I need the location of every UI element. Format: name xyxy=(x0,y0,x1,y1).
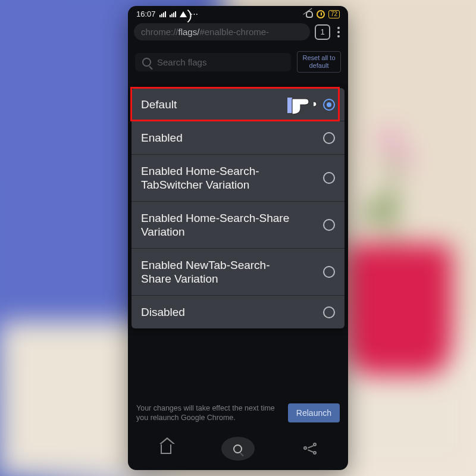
radio-icon xyxy=(323,99,335,111)
alarm-icon xyxy=(317,10,325,18)
url-fragment: #enalble-chrome- xyxy=(199,27,269,37)
option-enabled[interactable]: Enabled xyxy=(131,121,345,155)
url-host: flags/ xyxy=(178,27,200,37)
option-label: Enabled NewTab-Search-Share Variation xyxy=(141,258,290,286)
signal-icon xyxy=(170,11,176,17)
option-label: Enabled xyxy=(141,131,183,145)
status-time: 16:07 xyxy=(136,10,156,18)
option-enabled-newtab-search-share-variation[interactable]: Enabled NewTab-Search-Share Variation xyxy=(131,249,345,296)
radio-icon xyxy=(323,172,335,184)
url-scheme: chrome:// xyxy=(141,27,178,37)
phone-frame: 16:07 ⋯ 72 chrome://flags/#enalble-chrom… xyxy=(128,6,348,470)
search-icon xyxy=(142,58,151,67)
radio-icon xyxy=(323,219,335,231)
relaunch-note: Your changes will take effect the next t… xyxy=(136,403,281,422)
overflow-menu-button[interactable] xyxy=(335,27,342,37)
browser-toolbar: chrome://flags/#enalble-chrome- 1 xyxy=(128,20,348,46)
mute-icon xyxy=(306,11,313,18)
tab-switcher-button[interactable]: 1 xyxy=(315,24,330,40)
option-sheet: DefaultEnabledEnabled Home-Search-TabSwi… xyxy=(131,88,345,328)
option-default[interactable]: Default xyxy=(131,88,345,121)
option-label: Enabled Home-Search-Share Variation xyxy=(141,211,290,239)
option-enabled-home-search-share-variation[interactable]: Enabled Home-Search-Share Variation xyxy=(131,202,345,249)
nav-share-button[interactable] xyxy=(302,440,318,457)
search-placeholder: Search flags xyxy=(157,57,206,67)
wifi-icon xyxy=(180,11,187,17)
signal-icon xyxy=(159,11,166,17)
relaunch-banner: Your changes will take effect the next t… xyxy=(128,396,348,430)
nav-home-button[interactable] xyxy=(158,440,174,457)
home-icon xyxy=(161,443,171,454)
option-label: Enabled Home-Search-TabSwitcher Variatio… xyxy=(141,164,290,192)
share-icon xyxy=(303,443,317,455)
battery-indicator: 72 xyxy=(328,10,340,18)
relaunch-button[interactable]: Relaunch xyxy=(288,403,340,422)
option-label: Disabled xyxy=(141,305,185,319)
radio-icon xyxy=(323,132,335,144)
option-enabled-home-search-tabswitcher-variation[interactable]: Enabled Home-Search-TabSwitcher Variatio… xyxy=(131,155,345,202)
option-disabled[interactable]: Disabled xyxy=(131,296,345,328)
nav-search-button[interactable] xyxy=(221,437,255,461)
radio-icon xyxy=(323,266,335,278)
address-bar[interactable]: chrome://flags/#enalble-chrome- xyxy=(134,23,310,40)
option-label: Default xyxy=(141,98,177,111)
bottom-nav xyxy=(128,430,348,470)
search-icon xyxy=(233,444,242,453)
search-flags-input[interactable]: Search flags xyxy=(135,53,291,71)
flags-toolbar: Search flags Reset all to default xyxy=(128,46,348,80)
reset-all-button[interactable]: Reset all to default xyxy=(297,51,341,73)
radio-icon xyxy=(323,306,335,318)
status-bar: 16:07 ⋯ 72 xyxy=(128,6,348,20)
